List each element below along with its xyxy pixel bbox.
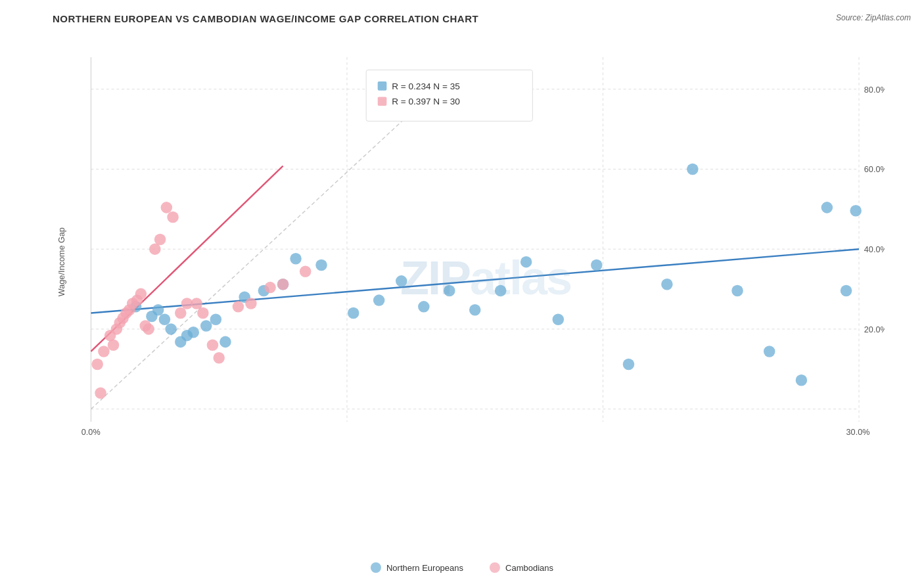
svg-point-55: [98, 346, 110, 357]
svg-point-33: [290, 253, 302, 265]
cambodians-label: Cambodians: [505, 563, 553, 573]
svg-point-71: [167, 212, 179, 223]
svg-point-51: [821, 202, 833, 214]
svg-point-47: [687, 164, 699, 175]
svg-point-41: [495, 285, 507, 297]
svg-text:30.0%: 30.0%: [846, 428, 870, 437]
svg-text:20.0%: 20.0%: [864, 325, 885, 334]
svg-point-74: [191, 298, 202, 309]
svg-point-43: [553, 314, 565, 326]
svg-point-75: [197, 307, 209, 319]
svg-point-67: [143, 323, 154, 335]
svg-point-22: [159, 314, 171, 326]
svg-point-35: [348, 307, 359, 319]
northern-europeans-color: [371, 562, 381, 573]
svg-line-17: [91, 249, 859, 313]
svg-point-26: [187, 327, 199, 338]
chart-container: NORTHERN EUROPEAN VS CAMBODIAN WAGE/INCO…: [0, 0, 924, 586]
svg-rect-84: [366, 70, 532, 122]
svg-point-44: [591, 259, 603, 271]
svg-point-28: [210, 314, 222, 326]
svg-point-48: [731, 285, 743, 297]
chart-title: NORTHERN EUROPEAN VS CAMBODIAN WAGE/INCO…: [53, 13, 885, 24]
svg-rect-87: [378, 97, 387, 106]
svg-text:40.0%: 40.0%: [864, 245, 885, 254]
svg-point-49: [764, 346, 775, 357]
svg-point-69: [154, 234, 166, 246]
svg-point-23: [165, 323, 177, 335]
svg-point-78: [233, 301, 244, 313]
svg-point-83: [95, 388, 106, 399]
svg-point-77: [213, 352, 225, 364]
svg-point-40: [469, 304, 481, 316]
svg-point-42: [520, 256, 532, 268]
svg-text:0.0%: 0.0%: [81, 428, 101, 437]
svg-point-21: [152, 304, 164, 316]
svg-point-80: [264, 282, 276, 294]
northern-europeans-label: Northern Europeans: [386, 563, 463, 573]
svg-point-50: [796, 374, 808, 386]
legend-item-cambodians: Cambodians: [490, 562, 553, 573]
svg-text:Wage/Income Gap: Wage/Income Gap: [57, 227, 66, 296]
svg-point-29: [219, 336, 231, 348]
svg-point-54: [91, 359, 103, 371]
source-label: Source: ZipAtlas.com: [836, 13, 911, 22]
svg-text:R = 0.234    N = 35: R = 0.234 N = 35: [392, 81, 460, 91]
legend-item-northern-europeans: Northern Europeans: [371, 562, 463, 573]
svg-point-46: [661, 279, 673, 290]
svg-point-72: [175, 307, 187, 319]
svg-point-82: [300, 265, 312, 277]
chart-area: .grid-line { stroke: #ddd; stroke-width:…: [53, 31, 885, 525]
svg-rect-85: [378, 81, 387, 91]
svg-point-57: [108, 339, 120, 351]
svg-point-53: [850, 205, 862, 217]
svg-point-52: [841, 285, 852, 297]
svg-text:R = 0.397    N = 30: R = 0.397 N = 30: [392, 97, 460, 106]
svg-point-76: [207, 339, 219, 351]
svg-point-39: [444, 285, 455, 297]
svg-point-45: [623, 359, 635, 371]
scatter-chart: .grid-line { stroke: #ddd; stroke-width:…: [53, 31, 885, 525]
svg-point-27: [200, 320, 212, 332]
svg-text:80.0%: 80.0%: [864, 85, 885, 95]
svg-point-70: [161, 202, 173, 214]
svg-text:60.0%: 60.0%: [864, 165, 885, 174]
svg-point-65: [135, 288, 147, 300]
legend-container: Northern Europeans Cambodians: [371, 562, 553, 573]
svg-point-79: [245, 298, 257, 309]
cambodians-color: [490, 562, 500, 573]
svg-point-37: [396, 275, 407, 287]
svg-point-38: [418, 301, 430, 313]
svg-point-81: [277, 279, 289, 290]
svg-point-36: [373, 294, 385, 306]
svg-point-34: [315, 259, 327, 271]
